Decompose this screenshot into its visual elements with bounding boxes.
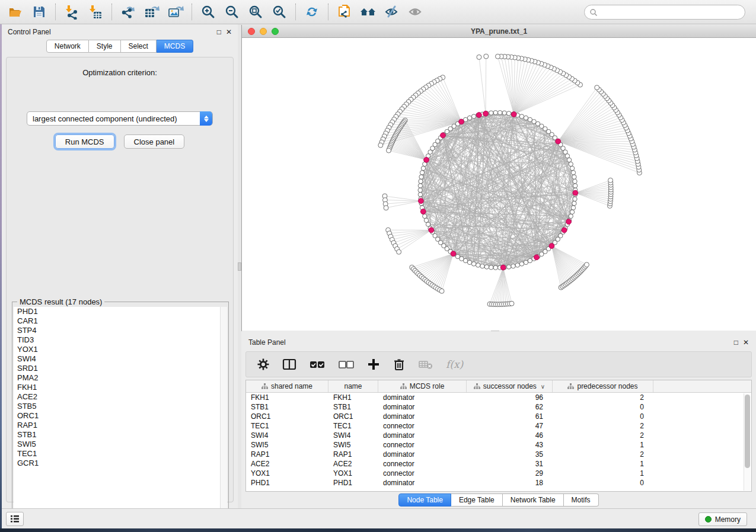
memory-button[interactable]: Memory [698, 512, 747, 526]
mcds-result-title: MCDS result (17 nodes) [17, 297, 104, 306]
mcds-result-item[interactable]: SWI5 [14, 440, 227, 449]
save-button[interactable] [27, 2, 51, 22]
table-row[interactable]: RAP1RAP1dominator352 [246, 450, 751, 459]
tab-style[interactable]: Style [89, 40, 121, 53]
open-file-icon [8, 4, 23, 20]
tab-network[interactable]: Network [46, 40, 89, 53]
run-mcds-button[interactable]: Run MCDS [55, 134, 114, 149]
show-all-networks-button[interactable] [356, 2, 380, 22]
cell-predecessor_nodes: 2 [553, 450, 653, 459]
column-header-shared-name[interactable]: shared name [246, 380, 328, 392]
eye-icon [407, 4, 424, 20]
column-header-successor-nodes[interactable]: successor nodes∨ [467, 380, 553, 392]
mcds-result-item[interactable]: GCR1 [14, 459, 227, 468]
mcds-result-item[interactable]: SRD1 [14, 364, 227, 373]
network-canvas[interactable] [242, 38, 756, 331]
add-row-icon[interactable] [367, 358, 380, 371]
cell-name: PHD1 [328, 478, 378, 488]
mcds-result-item[interactable]: PMA2 [14, 373, 227, 383]
close-panel-icon[interactable]: ✕ [226, 28, 232, 36]
zoom-fit-button[interactable] [244, 2, 267, 22]
mcds-result-item[interactable]: CAR1 [14, 316, 227, 326]
cell-mcds_role: dominator [378, 478, 467, 488]
table-scrollbar-thumb[interactable] [745, 395, 750, 468]
tab-edge-table[interactable]: Edge Table [451, 493, 503, 507]
mcds-result-item[interactable]: SWI4 [14, 354, 227, 364]
export-image-button[interactable] [164, 2, 187, 22]
export-table-button[interactable] [140, 2, 164, 22]
column-header-predecessor-nodes[interactable]: predecessor nodes [553, 380, 653, 392]
refresh-button[interactable] [300, 2, 324, 22]
table-scrollbar[interactable] [744, 393, 751, 491]
mcds-result-item[interactable]: ORC1 [14, 411, 227, 421]
mcds-result-item[interactable]: YOX1 [14, 345, 227, 354]
close-table-panel-icon[interactable]: ✕ [743, 338, 749, 347]
cell-successor_nodes: 43 [467, 440, 553, 450]
cell-mcds_role: dominator [378, 412, 467, 421]
cell-shared_name: RAP1 [246, 450, 328, 459]
search-field[interactable] [584, 5, 745, 20]
mcds-result-item[interactable]: RAP1 [14, 421, 227, 430]
hide-selected-button[interactable] [380, 2, 404, 22]
export-table-icon [143, 4, 160, 20]
mcds-result-item[interactable]: STP4 [14, 326, 227, 335]
table-row[interactable]: SWI4SWI4dominator462 [246, 431, 751, 440]
table-settings-icon[interactable] [257, 358, 270, 371]
float-table-panel-icon[interactable]: □ [734, 338, 738, 347]
tab-motifs[interactable]: Motifs [564, 493, 599, 507]
mcds-result-item[interactable]: ACE2 [14, 392, 227, 402]
zoom-selected-button[interactable] [267, 2, 291, 22]
tab-node-table[interactable]: Node Table [398, 493, 451, 507]
network-titlebar[interactable]: YPA_prune.txt_1 [242, 25, 756, 38]
mcds-result-item[interactable]: STB1 [14, 430, 227, 440]
close-window-icon[interactable] [248, 28, 255, 35]
show-hidden-button[interactable] [404, 2, 428, 22]
deselect-all-icon[interactable] [338, 358, 355, 371]
tab-select[interactable]: Select [121, 40, 157, 53]
mcds-result-item[interactable]: PHD1 [14, 307, 227, 316]
cell-shared_name: ORC1 [246, 412, 328, 421]
cell-shared_name: ACE2 [246, 459, 328, 469]
table-row[interactable]: STB1STB1dominator620 [246, 402, 751, 412]
maximize-window-icon[interactable] [272, 28, 279, 35]
import-network-button[interactable] [60, 2, 84, 22]
mcds-result-item[interactable]: STB5 [14, 402, 227, 411]
optimization-criterion-select[interactable]: largest connected component (undirected) [27, 111, 213, 126]
open-file-button[interactable] [4, 2, 27, 22]
toolbar-separator [55, 4, 56, 20]
zoom-out-button[interactable] [220, 2, 244, 22]
minimize-window-icon[interactable] [260, 28, 267, 35]
mcds-result-item[interactable]: TEC1 [14, 449, 227, 459]
table-row[interactable]: ORC1ORC1dominator610 [246, 412, 751, 421]
table-row[interactable]: YOX1YOX1connector291 [246, 469, 751, 478]
mcds-result-item[interactable]: TID3 [14, 335, 227, 345]
table-body[interactable]: FKH1FKH1dominator962STB1STB1dominator620… [246, 393, 751, 488]
cell-name: ACE2 [328, 459, 378, 469]
table-row[interactable]: FKH1FKH1dominator962 [246, 393, 751, 402]
export-network-button[interactable] [116, 2, 140, 22]
float-panel-icon[interactable]: □ [217, 28, 221, 36]
column-header-MCDS-role[interactable]: MCDS role [378, 380, 467, 392]
table-row[interactable]: SWI5SWI5connector431 [246, 440, 751, 450]
clone-network-button[interactable] [333, 2, 356, 22]
column-header-name[interactable]: name [328, 380, 378, 392]
tab-network-table[interactable]: Network Table [503, 493, 564, 507]
mcds-result-list[interactable]: PHD1CAR1STP4TID3YOX1SWI4SRD1PMA2FKH1ACE2… [14, 307, 227, 520]
close-panel-button[interactable]: Close panel [124, 134, 185, 149]
cell-successor_nodes: 31 [467, 459, 553, 469]
delete-row-icon[interactable] [393, 358, 406, 371]
zoom-out-icon [224, 4, 240, 20]
status-bar: Memory [0, 508, 756, 528]
zoom-in-button[interactable] [196, 2, 220, 22]
table-row[interactable]: TEC1TEC1connector472 [246, 421, 751, 431]
column-selector-icon[interactable] [282, 358, 296, 371]
table-row[interactable]: PHD1PHD1dominator180 [246, 478, 751, 488]
mcds-result-item[interactable]: FKH1 [14, 383, 227, 392]
search-input[interactable] [598, 7, 745, 18]
table-row[interactable]: ACE2ACE2connector311 [246, 459, 751, 469]
mcds-list-scrollbar[interactable] [220, 307, 227, 520]
select-all-icon[interactable] [309, 358, 326, 371]
tab-mcds[interactable]: MCDS [157, 40, 193, 53]
import-table-button[interactable] [84, 2, 107, 22]
task-history-button[interactable] [6, 512, 24, 526]
